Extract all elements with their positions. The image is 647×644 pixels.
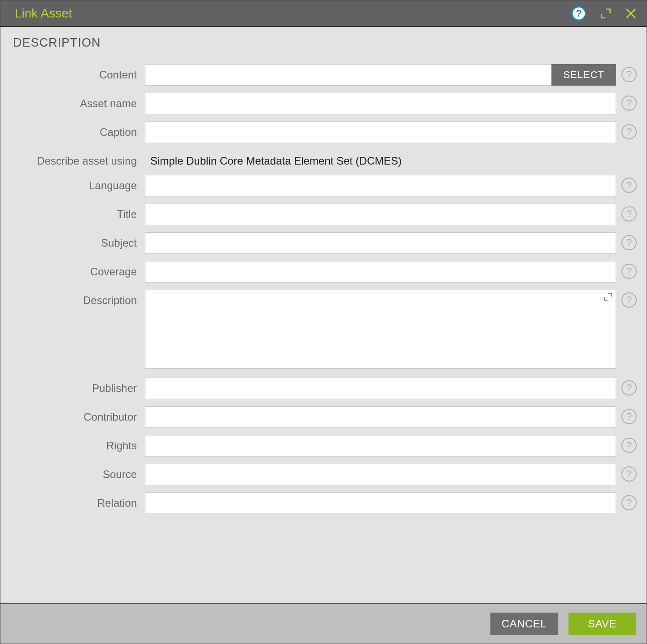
section-header: DESCRIPTION [10, 36, 642, 61]
dialog-title: Link Asset [15, 6, 571, 21]
help-coverage-icon[interactable]: ? [621, 264, 637, 279]
label-rights: Rights [10, 435, 145, 453]
help-contributor-icon[interactable]: ? [621, 409, 637, 424]
titlebar-actions: ? [571, 6, 637, 21]
label-subject: Subject [10, 232, 145, 250]
help-relation-icon[interactable]: ? [621, 495, 637, 510]
help-icon[interactable]: ? [571, 6, 586, 21]
description-textarea[interactable] [145, 290, 616, 369]
row-caption: Caption ? [10, 118, 642, 147]
content-input[interactable] [145, 64, 551, 86]
row-subject: Subject ? [10, 229, 642, 257]
help-publisher-icon[interactable]: ? [621, 380, 637, 396]
label-asset-name: Asset name [10, 93, 145, 110]
title-input[interactable] [145, 204, 616, 225]
label-describe-using: Describe asset using [10, 150, 145, 168]
label-language: Language [10, 175, 145, 192]
help-caption-icon[interactable]: ? [621, 124, 637, 139]
help-asset-name-icon[interactable]: ? [621, 96, 637, 111]
row-language: Language ? [10, 171, 642, 200]
label-title: Title [10, 204, 145, 221]
source-input[interactable] [145, 464, 616, 485]
coverage-input[interactable] [145, 261, 616, 283]
publisher-input[interactable] [145, 378, 616, 399]
row-publisher: Publisher ? [10, 374, 642, 403]
help-source-icon[interactable]: ? [621, 466, 637, 482]
relation-input[interactable] [145, 492, 616, 514]
label-contributor: Contributor [10, 406, 145, 424]
caption-input[interactable] [145, 122, 616, 143]
link-asset-dialog: Link Asset ? DESCR [0, 0, 647, 644]
help-description-icon[interactable]: ? [621, 292, 637, 308]
label-publisher: Publisher [10, 378, 145, 395]
row-contributor: Contributor ? [10, 403, 642, 431]
contributor-input[interactable] [145, 406, 616, 428]
row-description: Description ? [10, 286, 642, 374]
select-content-button[interactable]: SELECT [551, 64, 616, 86]
help-title-icon[interactable]: ? [621, 206, 637, 222]
label-coverage: Coverage [10, 261, 145, 278]
asset-name-input[interactable] [145, 93, 616, 114]
cancel-button[interactable]: CANCEL [490, 613, 558, 635]
expand-icon[interactable] [600, 8, 612, 19]
row-coverage: Coverage ? [10, 257, 642, 286]
row-describe-using: Describe asset using Simple Dublin Core … [10, 147, 642, 171]
close-icon[interactable] [625, 8, 637, 19]
describe-using-value: Simple Dublin Core Metadata Element Set … [150, 150, 402, 167]
label-relation: Relation [10, 492, 145, 510]
language-input[interactable] [145, 175, 616, 196]
dialog-body: DESCRIPTION Content SELECT ? Asset name … [0, 27, 647, 603]
subject-input[interactable] [145, 232, 616, 254]
label-source: Source [10, 464, 145, 481]
help-subject-icon[interactable]: ? [621, 235, 637, 250]
row-content: Content SELECT ? [10, 61, 642, 89]
label-caption: Caption [10, 122, 145, 139]
label-content: Content [10, 64, 145, 82]
row-rights: Rights ? [10, 431, 642, 460]
help-rights-icon[interactable]: ? [621, 438, 637, 453]
help-language-icon[interactable]: ? [621, 178, 637, 193]
row-source: Source ? [10, 460, 642, 489]
save-button[interactable]: SAVE [568, 613, 636, 635]
row-title: Title ? [10, 200, 642, 229]
dialog-titlebar: Link Asset ? [0, 0, 647, 27]
label-description: Description [10, 290, 145, 307]
svg-text:?: ? [576, 8, 581, 19]
help-content-icon[interactable]: ? [621, 67, 637, 82]
row-asset-name: Asset name ? [10, 89, 642, 118]
dialog-footer: CANCEL SAVE [0, 603, 647, 644]
row-relation: Relation ? [10, 489, 642, 518]
description-expand-icon[interactable] [603, 292, 612, 301]
rights-input[interactable] [145, 435, 616, 457]
